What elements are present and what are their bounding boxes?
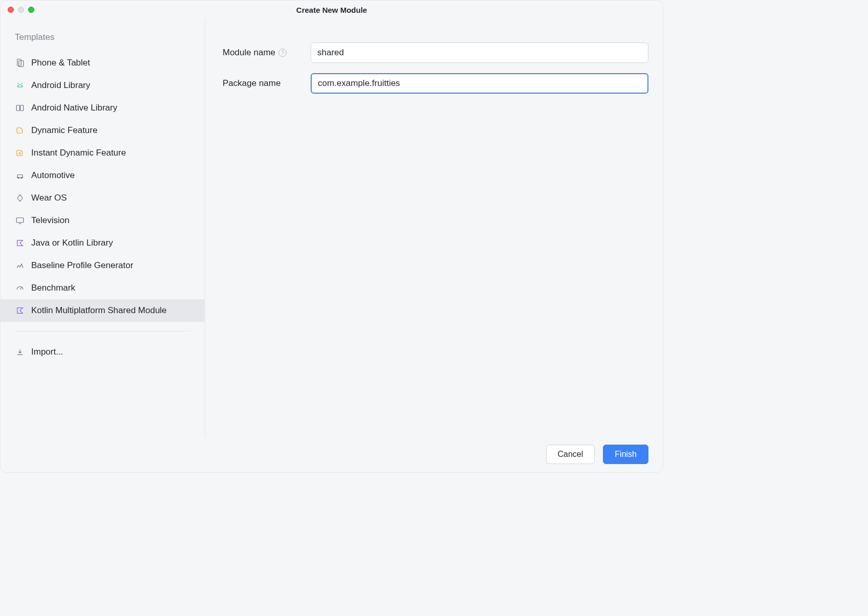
- svg-point-8: [18, 196, 23, 201]
- template-android-library[interactable]: Android Library: [1, 74, 205, 97]
- svg-line-3: [21, 83, 23, 84]
- template-label: Television: [31, 215, 70, 226]
- template-label: Dynamic Feature: [31, 125, 97, 136]
- import-icon: [15, 347, 25, 357]
- svg-rect-5: [20, 105, 24, 111]
- dynamic-feature-icon: [15, 125, 25, 136]
- template-kotlin-multiplatform-shared-module[interactable]: Kotlin Multiplatform Shared Module: [1, 299, 205, 322]
- svg-rect-4: [16, 105, 19, 111]
- finish-button[interactable]: Finish: [603, 445, 648, 464]
- instant-feature-icon: [15, 148, 25, 158]
- template-label: Java or Kotlin Library: [31, 238, 113, 248]
- templates-list: Phone & Tablet Android Library: [1, 52, 205, 322]
- dialog-body: Templates Phone & Tablet: [1, 19, 663, 436]
- zoom-window-button[interactable]: [28, 7, 34, 13]
- template-television[interactable]: Television: [1, 209, 205, 232]
- android-icon: [15, 80, 25, 91]
- template-instant-dynamic-feature[interactable]: Instant Dynamic Feature: [1, 142, 205, 164]
- phone-tablet-icon: [15, 58, 25, 68]
- template-benchmark[interactable]: Benchmark: [1, 277, 205, 299]
- car-icon: [15, 170, 25, 181]
- svg-rect-0: [17, 59, 21, 67]
- watch-icon: [15, 193, 25, 203]
- dialog-footer: Cancel Finish: [1, 436, 663, 472]
- template-label: Import...: [31, 347, 63, 357]
- template-label: Baseline Profile Generator: [31, 260, 133, 271]
- templates-sidebar: Templates Phone & Tablet: [1, 19, 205, 436]
- create-module-dialog: Create New Module Templates Phone & Tabl…: [0, 0, 663, 473]
- window-controls: [8, 7, 34, 13]
- minimize-window-button[interactable]: [18, 7, 24, 13]
- package-name-input[interactable]: [311, 73, 648, 94]
- svg-line-2: [18, 83, 19, 84]
- template-label: Automotive: [31, 170, 75, 181]
- package-name-label-wrap: Package name: [223, 78, 303, 89]
- template-java-kotlin-library[interactable]: Java or Kotlin Library: [1, 232, 205, 254]
- module-name-label-wrap: Module name ?: [223, 48, 303, 58]
- svg-rect-9: [16, 218, 24, 223]
- kotlin-icon: [15, 305, 25, 316]
- package-name-row: Package name: [223, 73, 648, 94]
- template-label: Android Native Library: [31, 103, 117, 113]
- module-name-input[interactable]: [311, 42, 648, 63]
- tv-icon: [15, 215, 25, 226]
- sidebar-divider: [15, 331, 190, 332]
- module-form: Module name ? Package name: [205, 19, 663, 436]
- template-label: Android Library: [31, 80, 90, 91]
- titlebar: Create New Module: [1, 1, 663, 19]
- template-automotive[interactable]: Automotive: [1, 164, 205, 187]
- module-name-label: Module name: [223, 48, 275, 58]
- module-name-row: Module name ?: [223, 42, 648, 63]
- window-title: Create New Module: [296, 6, 367, 14]
- template-dynamic-feature[interactable]: Dynamic Feature: [1, 119, 205, 142]
- template-android-native-library[interactable]: Android Native Library: [1, 97, 205, 119]
- template-label: Kotlin Multiplatform Shared Module: [31, 305, 167, 316]
- close-window-button[interactable]: [8, 7, 14, 13]
- templates-header: Templates: [1, 30, 205, 52]
- template-wear-os[interactable]: Wear OS: [1, 187, 205, 209]
- profile-icon: [15, 260, 25, 271]
- kotlin-icon: [15, 238, 25, 248]
- template-label: Benchmark: [31, 283, 75, 293]
- cpp-icon: [15, 103, 25, 113]
- template-label: Wear OS: [31, 193, 67, 203]
- template-label: Phone & Tablet: [31, 58, 90, 68]
- gauge-icon: [15, 283, 25, 293]
- package-name-label: Package name: [223, 78, 280, 89]
- cancel-button[interactable]: Cancel: [546, 445, 595, 464]
- template-import[interactable]: Import...: [1, 341, 205, 363]
- help-icon[interactable]: ?: [278, 49, 287, 57]
- template-baseline-profile-generator[interactable]: Baseline Profile Generator: [1, 254, 205, 277]
- svg-line-10: [20, 288, 21, 290]
- template-phone-tablet[interactable]: Phone & Tablet: [1, 52, 205, 74]
- template-label: Instant Dynamic Feature: [31, 148, 126, 158]
